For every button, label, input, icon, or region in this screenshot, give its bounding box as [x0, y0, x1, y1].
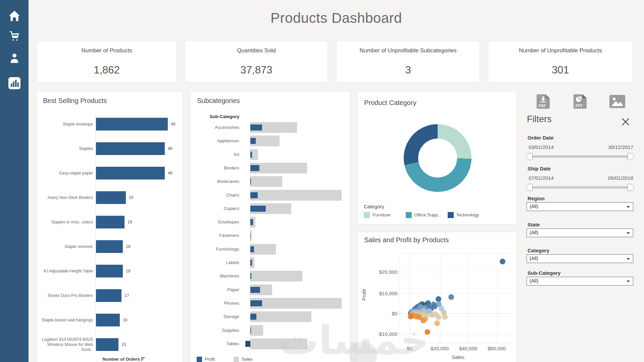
sales-bar[interactable]	[250, 176, 282, 187]
scatter-point[interactable]	[434, 320, 440, 326]
order-date-slider[interactable]	[528, 155, 633, 158]
profit-bar[interactable]	[250, 260, 252, 266]
profit-bar[interactable]	[250, 219, 253, 225]
ppt-export-icon[interactable]: PPT	[573, 94, 588, 110]
x-axis-label: Number of Orders	[73, 357, 174, 362]
sales-bar[interactable]	[250, 271, 302, 281]
scatter-point[interactable]	[433, 311, 438, 317]
scatter-point[interactable]	[425, 329, 430, 335]
product-bar[interactable]	[96, 216, 125, 228]
scatter-point[interactable]	[448, 294, 454, 300]
profit-bar[interactable]	[250, 287, 260, 293]
bar-label: Storex Dura Pro Binders	[39, 293, 93, 298]
furniture-legend-swatch[interactable]	[364, 212, 370, 218]
bar-row: Staple envelope48	[37, 113, 182, 138]
office-supplies-legend-label: Office Supp...	[414, 212, 442, 217]
slider-handle-end[interactable]	[628, 153, 634, 160]
x-tick-label: $40,000	[453, 346, 483, 351]
profit-bar[interactable]	[250, 165, 259, 171]
slider-handle-start[interactable]	[526, 184, 533, 191]
user-icon[interactable]	[0, 52, 29, 65]
profit-bar[interactable]	[250, 152, 252, 158]
category-dropdown[interactable]: (All)	[527, 254, 633, 263]
sales-bar[interactable]	[250, 325, 263, 336]
product-bar[interactable]	[96, 240, 123, 253]
bar-chart-icon[interactable]	[0, 76, 29, 91]
category-value: (All)	[530, 256, 538, 261]
tick	[398, 333, 400, 334]
pdf-label: PDF	[539, 104, 546, 108]
kpi-value: 3	[337, 64, 480, 76]
bar-row: KI Adjustable-Height Table18	[37, 260, 182, 285]
bar-value-label: 16	[123, 318, 127, 322]
profit-bar[interactable]	[250, 246, 254, 252]
slider-handle-start[interactable]	[526, 153, 533, 160]
profit-bar[interactable]	[250, 178, 251, 185]
image-export-icon[interactable]	[609, 95, 625, 109]
product-bar[interactable]	[96, 142, 165, 155]
order-date-end: 30/12/2017	[529, 144, 633, 150]
profit-bar[interactable]	[250, 273, 251, 279]
tick	[497, 343, 497, 344]
subcategory-dropdown[interactable]: (All)	[527, 277, 633, 286]
bar-row: Storex Dura Pro Binders17	[37, 285, 182, 309]
profit-bar[interactable]	[250, 327, 251, 333]
ship-date-slider[interactable]	[528, 186, 633, 189]
profit-bar[interactable]	[250, 124, 262, 131]
profit-bar[interactable]	[250, 138, 256, 144]
product-bar[interactable]	[96, 118, 168, 131]
sales-legend-label: Sales	[242, 357, 253, 362]
sales-bar[interactable]	[250, 311, 311, 322]
product-bar[interactable]	[96, 265, 123, 277]
profit-legend-swatch[interactable]	[197, 357, 202, 362]
region-label: Region	[528, 196, 545, 201]
chevron-down-icon	[627, 280, 630, 282]
scatter-point[interactable]	[442, 314, 448, 320]
product-bar[interactable]	[96, 167, 165, 179]
product-bar[interactable]	[96, 191, 126, 204]
scatter-plot-area	[400, 253, 517, 343]
x-tick-label: $60,000	[482, 346, 512, 351]
state-dropdown[interactable]: (All)	[527, 228, 633, 237]
sort-icon[interactable]	[141, 357, 145, 361]
profit-bar[interactable]	[250, 192, 258, 198]
product-bar[interactable]	[96, 314, 120, 326]
subcategory-label: Fasteners	[191, 232, 239, 239]
profit-bar[interactable]	[245, 341, 250, 347]
pdf-export-icon[interactable]: PDF	[536, 94, 551, 110]
state-label: State	[528, 222, 540, 227]
y-tick-label: $10,000	[367, 291, 397, 296]
profit-bar[interactable]	[250, 300, 262, 306]
donut-hole	[418, 139, 457, 177]
office-supplies-legend-swatch[interactable]	[406, 212, 412, 218]
technology-legend-swatch[interactable]	[448, 212, 454, 218]
bar-label: Staples	[39, 146, 93, 151]
sales-bar[interactable]	[250, 339, 307, 349]
tick	[398, 293, 400, 293]
profit-bar[interactable]	[250, 206, 266, 212]
profit-bar[interactable]	[250, 232, 251, 239]
kpi-label: Number of Products	[37, 47, 176, 54]
shopping-cart-icon[interactable]	[0, 30, 29, 44]
region-dropdown[interactable]: (All)	[527, 202, 633, 211]
technology-legend-label: Technology	[456, 212, 479, 217]
bar-label: Staple-based wall hangings	[39, 318, 93, 323]
sales-bar[interactable]	[250, 298, 342, 309]
product-bar[interactable]	[96, 338, 118, 351]
subcategory-label: Chairs	[191, 192, 239, 198]
subcategory-label: Machines	[191, 273, 239, 279]
scatter-point[interactable]	[408, 314, 413, 319]
close-icon[interactable]	[621, 117, 630, 127]
sales-bar[interactable]	[250, 244, 276, 255]
dashboard-page: Products Dashboard Number of Products 1,…	[0, 0, 644, 362]
bar-label: Staples in misc. colors	[39, 220, 93, 225]
product-bar[interactable]	[96, 289, 121, 302]
sales-legend-swatch[interactable]	[234, 357, 239, 362]
ship-date-label: Ship Date	[528, 166, 551, 171]
home-icon[interactable]	[0, 10, 29, 23]
slider-handle-end[interactable]	[628, 184, 634, 191]
profit-bar[interactable]	[250, 314, 256, 320]
scatter-point[interactable]	[500, 259, 505, 264]
sales-bar[interactable]	[250, 190, 342, 201]
subcategories-chart: Subcategories Sub-Category AccessoriesAp…	[190, 91, 350, 362]
